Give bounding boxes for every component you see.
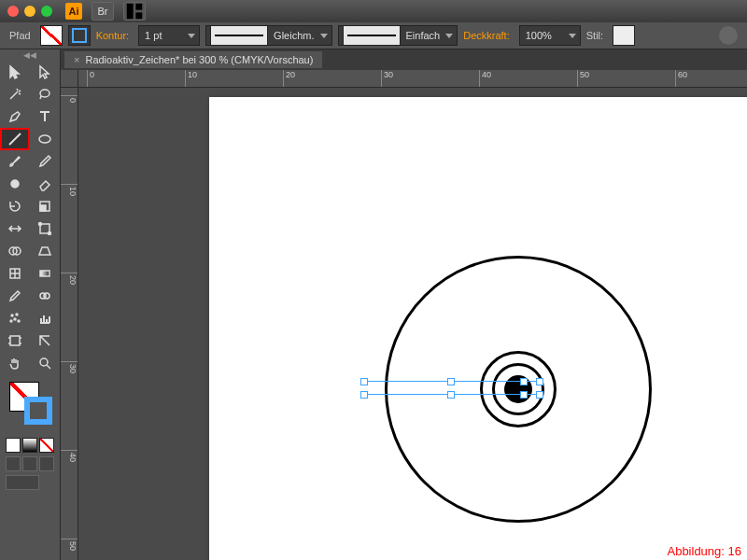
stroke-weight-input[interactable]: [138, 25, 200, 46]
shape-builder-tool[interactable]: [0, 240, 30, 262]
svg-point-16: [11, 315, 13, 316]
opacity-input[interactable]: [519, 25, 581, 46]
stroke-swatch[interactable]: [68, 25, 91, 46]
svg-rect-13: [40, 271, 49, 276]
brush-dropdown[interactable]: Einfach: [338, 25, 458, 46]
object-type-label: Pfad: [9, 30, 31, 41]
symbol-spray-tool[interactable]: [0, 307, 30, 329]
zoom-tool[interactable]: [30, 352, 60, 374]
svg-point-3: [39, 135, 50, 143]
magic-wand-tool[interactable]: [0, 83, 30, 105]
brush-tool[interactable]: [0, 150, 30, 173]
app-icon: Ai: [65, 3, 82, 20]
anchor-point[interactable]: [447, 378, 455, 385]
svg-rect-6: [40, 205, 46, 211]
color-mode-solid[interactable]: [6, 438, 21, 453]
hand-tool[interactable]: [0, 352, 30, 374]
graph-tool[interactable]: [30, 307, 60, 329]
svg-rect-2: [135, 12, 142, 19]
line-tool[interactable]: [0, 128, 30, 150]
document-tab-bar: × Radioaktiv_Zeichen* bei 300 % (CMYK/Vo…: [61, 49, 747, 70]
svg-point-9: [49, 232, 51, 235]
svg-point-4: [11, 180, 19, 188]
sync-icon[interactable]: [719, 26, 738, 45]
minimize-window-icon[interactable]: [24, 6, 35, 17]
svg-point-18: [14, 318, 16, 320]
svg-rect-21: [10, 336, 20, 345]
anchor-point[interactable]: [360, 378, 368, 385]
anchor-point[interactable]: [447, 391, 455, 399]
titlebar: Ai Br: [0, 0, 747, 22]
figure-caption: Abbildung: 16: [667, 544, 741, 558]
blend-tool[interactable]: [30, 285, 60, 307]
document-title: Radioaktiv_Zeichen* bei 300 % (CMYK/Vors…: [85, 54, 313, 65]
svg-point-15: [44, 293, 49, 299]
pencil-tool[interactable]: [30, 150, 60, 173]
free-transform-tool[interactable]: [30, 217, 60, 240]
eyedropper-tool[interactable]: [0, 285, 30, 307]
scale-tool[interactable]: [30, 195, 60, 217]
bridge-button[interactable]: Br: [92, 2, 114, 21]
svg-point-17: [16, 314, 18, 315]
fill-stroke-indicator[interactable]: [4, 380, 56, 430]
mesh-tool[interactable]: [0, 262, 30, 285]
pen-tool[interactable]: [0, 105, 30, 128]
svg-rect-0: [127, 4, 134, 20]
perspective-tool[interactable]: [30, 240, 60, 262]
style-swatch[interactable]: [613, 25, 635, 46]
color-mode-none[interactable]: [39, 438, 54, 453]
arrange-docs-button[interactable]: [123, 2, 146, 21]
eraser-tool[interactable]: [30, 173, 60, 195]
width-tool[interactable]: [0, 217, 30, 240]
anchor-point[interactable]: [360, 391, 368, 399]
screen-mode-button[interactable]: [6, 475, 39, 490]
document-tab[interactable]: × Radioaktiv_Zeichen* bei 300 % (CMYK/Vo…: [64, 51, 322, 68]
ruler-horizontal[interactable]: 0102030405060: [78, 70, 747, 88]
svg-point-22: [40, 358, 48, 366]
lasso-tool[interactable]: [30, 83, 60, 105]
draw-mode-inside[interactable]: [39, 456, 54, 471]
artboard: Abbildung: 16: [209, 97, 747, 560]
stroke-profile-dropdown[interactable]: Gleichm.: [205, 25, 331, 46]
svg-point-20: [10, 320, 12, 322]
direct-selection-tool[interactable]: [30, 61, 60, 83]
anchor-point[interactable]: [520, 391, 528, 399]
toolbox-handle[interactable]: ◀◀: [0, 49, 60, 61]
ellipse-tool[interactable]: [30, 128, 60, 150]
anchor-point[interactable]: [520, 378, 528, 385]
close-tab-icon[interactable]: ×: [74, 54, 79, 65]
svg-point-19: [18, 320, 20, 322]
opacity-label[interactable]: Deckkraft:: [463, 30, 510, 41]
draw-mode-normal[interactable]: [6, 456, 21, 471]
canvas[interactable]: Abbildung: 16: [78, 88, 747, 560]
ruler-vertical[interactable]: 01020304050: [61, 88, 78, 560]
ruler-origin[interactable]: [61, 70, 78, 88]
selection-tool[interactable]: [0, 61, 30, 83]
svg-rect-1: [135, 4, 142, 10]
control-bar: Pfad Kontur: Gleichm. Einfach Deckkraft:…: [0, 22, 747, 49]
close-window-icon[interactable]: [7, 6, 19, 17]
style-label: Stil:: [586, 30, 603, 41]
svg-point-8: [39, 223, 42, 226]
toolbox: ◀◀: [0, 49, 61, 560]
selected-path[interactable]: [363, 377, 541, 399]
fill-swatch[interactable]: [40, 25, 63, 46]
slice-tool[interactable]: [30, 329, 60, 352]
rotate-tool[interactable]: [0, 195, 30, 217]
anchor-point[interactable]: [536, 378, 543, 385]
artboard-tool[interactable]: [0, 329, 30, 352]
workspace: × Radioaktiv_Zeichen* bei 300 % (CMYK/Vo…: [61, 49, 747, 560]
color-mode-gradient[interactable]: [22, 438, 37, 453]
gradient-tool[interactable]: [30, 262, 60, 285]
maximize-window-icon[interactable]: [41, 6, 52, 17]
draw-mode-behind[interactable]: [22, 456, 37, 471]
type-tool[interactable]: [30, 105, 60, 128]
anchor-point[interactable]: [536, 391, 543, 399]
blob-tool[interactable]: [0, 173, 30, 195]
stroke-indicator[interactable]: [24, 397, 52, 425]
stroke-label[interactable]: Kontur:: [96, 30, 129, 41]
